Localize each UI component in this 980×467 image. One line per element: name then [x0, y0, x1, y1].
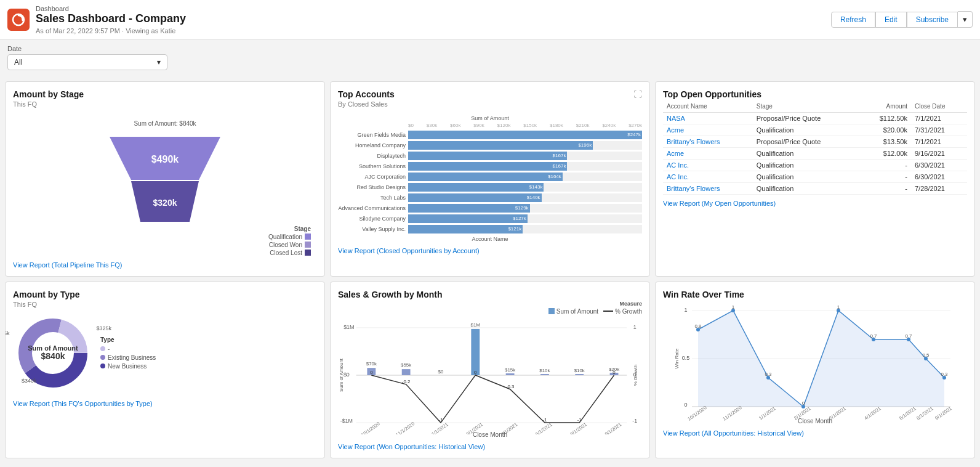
opp-account[interactable]: Acme: [663, 124, 753, 136]
opp-stage: Qualification: [753, 182, 859, 194]
bar-value: $196k: [578, 142, 592, 148]
win-rate-chart: 1 0.5 0 0.8 1 0.3 0 1 0.7: [663, 301, 967, 421]
svg-text:-$1M: -$1M: [340, 418, 353, 424]
svg-text:0: 0: [684, 402, 687, 408]
svg-text:4/1/2021: 4/1/2021: [863, 405, 882, 421]
svg-text:6/1/2021: 6/1/2021: [898, 405, 917, 421]
opp-table-body: NASAProposal/Price Quote$112.50k7/1/2021…: [663, 112, 967, 194]
svg-text:-1: -1: [632, 418, 637, 424]
table-row: AcmeQualification$12.00k9/16/2021: [663, 147, 967, 159]
top-accounts-subtitle: By Closed Sales: [338, 100, 395, 108]
bar-wrapper: $247k: [408, 131, 642, 139]
sales-growth-chart: $1M $0 -$1M 1 0 -1 $70k $55k $0 $1M: [338, 317, 642, 434]
bar-label: Homeland Company: [338, 142, 406, 148]
header-title-group: Dashboard Sales Dashboard - Company As o…: [36, 5, 186, 35]
top-accounts-chart: Sum of Amount $0$30k$60k$90k$120k$150k$1…: [338, 115, 642, 242]
svg-rect-28: [506, 373, 515, 375]
filter-label: Date: [7, 45, 973, 52]
table-row: Brittany's FlowersProposal/Price Quote$1…: [663, 136, 967, 147]
opp-amount: $12.00k: [859, 147, 911, 159]
widget-sales-growth: Sales & Growth by Month Measure Sum of A…: [330, 282, 650, 458]
legend-dot-existing: [100, 355, 105, 360]
bar-value: $121k: [508, 226, 521, 232]
bar-wrapper: $121k: [408, 225, 642, 234]
bar-wrapper: $140k: [408, 193, 642, 202]
amount-stage-subtitle: This FQ: [13, 100, 317, 108]
table-row: Silodyne Company$127k: [338, 214, 642, 223]
svg-text:0: 0: [612, 370, 616, 375]
widget-amount-by-type: Amount by Type This FQ Sum of Amount $84…: [5, 282, 325, 458]
amount-type-title: Amount by Type: [13, 290, 317, 299]
subscribe-button[interactable]: Subscribe: [907, 12, 958, 28]
svg-text:% Growth: % Growth: [633, 364, 638, 386]
opp-account[interactable]: Brittany's Flowers: [663, 136, 753, 147]
svg-text:10/1/2020: 10/1/2020: [686, 404, 708, 420]
legend-sum-label: Sum of Amount: [556, 308, 598, 315]
bar-chart: Green Fields Media$247kHomeland Company$…: [338, 131, 642, 234]
opp-close-date: 6/30/2021: [911, 171, 967, 182]
table-row: AJC Corporation$164k: [338, 173, 642, 181]
filter-value: All: [14, 58, 22, 67]
widget-win-rate: Win Rate Over Time 1 0.5 0 0.8 1: [655, 282, 975, 458]
breadcrumb: Dashboard: [36, 5, 186, 12]
opp-close-date: 7/28/2021: [911, 182, 967, 194]
table-row: Brittany's FlowersQualification-7/28/202…: [663, 182, 967, 194]
svg-text:$15k: $15k: [505, 367, 515, 373]
refresh-button[interactable]: Refresh: [831, 12, 875, 28]
table-row: Valley Supply Inc.$121k: [338, 225, 642, 234]
top-open-opp-title: Top Open Opportunities: [663, 89, 967, 99]
bar-label: AJC Corporation: [338, 174, 406, 180]
table-row: Advanced Communications$129k: [338, 204, 642, 213]
bar-label: Green Fields Media: [338, 132, 406, 138]
dropdown-button[interactable]: ▾: [958, 11, 973, 28]
svg-rect-30: [540, 374, 549, 375]
header: Dashboard Sales Dashboard - Company As o…: [0, 0, 980, 40]
svg-text:Win Rate: Win Rate: [674, 348, 680, 368]
bar-value: $140k: [527, 195, 540, 200]
edit-button[interactable]: Edit: [875, 12, 907, 28]
opp-close-date: 6/30/2021: [911, 159, 967, 171]
opp-account[interactable]: NASA: [663, 112, 753, 124]
legend-closed-lost-label: Closed Lost: [270, 250, 302, 256]
opp-stage: Qualification: [753, 124, 859, 136]
table-row: AcmeQualification$20.00k7/31/2021: [663, 124, 967, 136]
opp-account[interactable]: Acme: [663, 147, 753, 159]
svg-text:$840k: $840k: [41, 351, 65, 361]
opp-close-date: 7/1/2021: [911, 136, 967, 147]
expand-icon[interactable]: ⛶: [633, 89, 642, 99]
chevron-down-icon: ▾: [157, 58, 161, 67]
bar-wrapper: $167k: [408, 152, 642, 160]
date-filter-select[interactable]: All ▾: [7, 54, 167, 70]
col-amount: Amount: [859, 100, 911, 113]
sales-growth-view-report[interactable]: View Report (Won Opportunities: Historic…: [338, 443, 642, 450]
opp-account[interactable]: AC Inc.: [663, 171, 753, 182]
svg-text:8/1/2021: 8/1/2021: [569, 421, 588, 434]
top-accounts-view-report[interactable]: View Report (Closed Opportunities by Acc…: [338, 247, 642, 254]
table-row: NASAProposal/Price Quote$112.50k7/1/2021: [663, 112, 967, 124]
svg-text:1/1/2021: 1/1/2021: [758, 405, 777, 421]
win-rate-view-report[interactable]: View Report (All Opportunities: Historic…: [663, 429, 967, 437]
opp-account[interactable]: Brittany's Flowers: [663, 182, 753, 194]
svg-text:1: 1: [684, 307, 687, 313]
legend-unknown-label: -: [108, 346, 110, 352]
legend-sum-sq: [548, 308, 555, 314]
bar-fill: $164k: [408, 173, 563, 181]
filter-bar: Date All ▾: [0, 40, 980, 76]
legend-existing-label: Existing Business: [108, 354, 156, 361]
bar-fill: $129k: [408, 204, 530, 213]
bar-wrapper: $143k: [408, 183, 642, 192]
bar-value: $167k: [553, 163, 566, 169]
legend-closed-lost-color: [305, 250, 311, 256]
opp-account[interactable]: AC Inc.: [663, 159, 753, 171]
top-open-opp-view-report[interactable]: View Report (My Open Opportunities): [663, 200, 967, 207]
svg-text:-1: -1: [438, 417, 443, 423]
bar-fill: $167k: [408, 152, 567, 160]
amount-type-view-report[interactable]: View Report (This FQ's Opportunities by …: [13, 400, 317, 407]
bar-label: Valley Supply Inc.: [338, 226, 406, 232]
amount-stage-view-report[interactable]: View Report (Total Pipeline This FQ): [13, 261, 317, 269]
table-row: Homeland Company$196k: [338, 141, 642, 150]
app-icon: [7, 9, 30, 31]
svg-point-76: [907, 338, 910, 341]
bar-label: Advanced Communications: [338, 205, 406, 211]
svg-text:11/1/2020: 11/1/2020: [721, 404, 743, 420]
